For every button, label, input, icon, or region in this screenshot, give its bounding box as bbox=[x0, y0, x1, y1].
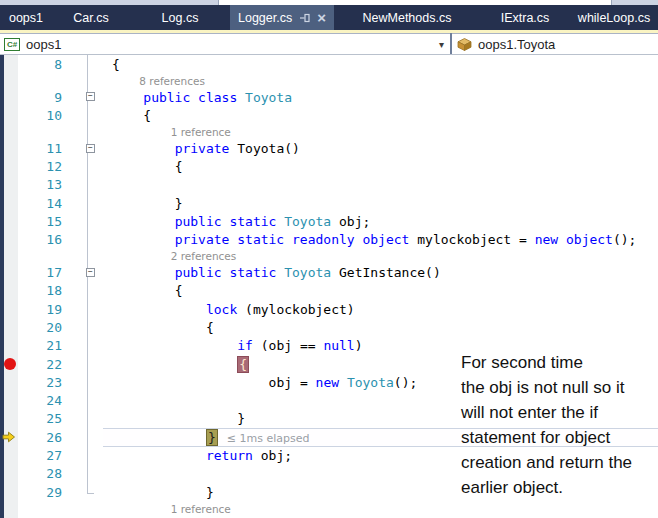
tab-oops1[interactable]: oops1 bbox=[0, 5, 52, 30]
line-number: 27 bbox=[18, 448, 66, 463]
code-line: 10{ bbox=[0, 106, 658, 124]
code-text[interactable]: lock (mylockobject) bbox=[112, 302, 658, 317]
type-dropdown-label: oops1.Toyota bbox=[478, 37, 555, 52]
class-icon bbox=[457, 38, 472, 51]
chevron-down-icon[interactable]: ▾ bbox=[439, 39, 444, 50]
line-number: 9 bbox=[18, 90, 66, 105]
annotation-line: the obj is not null so it bbox=[461, 375, 658, 400]
line-number: 16 bbox=[18, 232, 66, 247]
vs-editor-window: oops1Car.csLog.csLogger.cs×NewMethods.cs… bbox=[0, 0, 658, 518]
line-number: 12 bbox=[18, 159, 66, 174]
code-text[interactable]: { bbox=[112, 108, 658, 123]
line-number: 18 bbox=[18, 283, 66, 298]
outlining-margin bbox=[66, 446, 112, 464]
annotation-line: For second time bbox=[461, 350, 658, 375]
code-text[interactable]: { bbox=[112, 283, 658, 298]
perf-tip: ≤ 1ms elapsed bbox=[227, 432, 310, 445]
tab-newmethods-cs[interactable]: NewMethods.cs bbox=[334, 5, 480, 30]
outlining-margin bbox=[66, 318, 112, 336]
outlining-margin bbox=[66, 410, 112, 428]
pin-icon[interactable] bbox=[299, 12, 311, 24]
line-number: 14 bbox=[18, 196, 66, 211]
line-number: 15 bbox=[18, 214, 66, 229]
collapse-box-icon[interactable]: − bbox=[86, 92, 95, 101]
line-number: 25 bbox=[18, 411, 66, 426]
annotation-line: creation and return the bbox=[461, 450, 658, 475]
code-text[interactable]: } bbox=[112, 196, 658, 211]
annotation-line: will not enter the if bbox=[461, 400, 658, 425]
line-number: 8 bbox=[18, 57, 66, 72]
outlining-margin bbox=[66, 465, 112, 483]
code-text[interactable]: public static Toyota GetInstance() bbox=[112, 265, 658, 280]
code-line: 17−public static Toyota GetInstance() bbox=[0, 263, 658, 281]
line-number: 22 bbox=[18, 357, 66, 372]
code-line: 12{ bbox=[0, 157, 658, 175]
outlining-margin: − bbox=[66, 88, 112, 106]
codelens-references[interactable]: 8 references bbox=[0, 75, 205, 87]
code-text[interactable]: private static readonly object mylockobj… bbox=[112, 232, 658, 247]
codelens-references[interactable]: 1 reference bbox=[0, 503, 231, 515]
outlining-margin bbox=[66, 282, 112, 300]
line-number: 11 bbox=[18, 141, 66, 156]
outlining-margin: − bbox=[66, 139, 112, 157]
code-line: 9−public class Toyota bbox=[0, 88, 658, 106]
code-line: 14} bbox=[0, 194, 658, 212]
tab-iextra-cs[interactable]: IExtra.cs bbox=[480, 5, 570, 30]
line-number: 19 bbox=[18, 302, 66, 317]
code-text[interactable]: { bbox=[112, 320, 658, 335]
tab-label: Logger.cs bbox=[238, 11, 292, 25]
type-dropdown[interactable]: oops1.Toyota bbox=[452, 33, 658, 54]
outlining-margin: − bbox=[66, 263, 112, 281]
code-text[interactable]: private Toyota() bbox=[112, 141, 658, 156]
code-text[interactable]: public static Toyota obj; bbox=[112, 214, 658, 229]
breakpoint-icon[interactable] bbox=[4, 358, 16, 370]
document-tab-bar: oops1Car.csLog.csLogger.cs×NewMethods.cs… bbox=[0, 5, 658, 30]
codelens-row: 1 reference bbox=[0, 501, 658, 516]
tab-whileloop-cs[interactable]: whileLoop.cs bbox=[570, 5, 658, 30]
close-icon[interactable]: × bbox=[317, 12, 326, 24]
tab-log-cs[interactable]: Log.cs bbox=[130, 5, 230, 30]
code-line: 8{ bbox=[0, 55, 658, 73]
code-line: 18{ bbox=[0, 282, 658, 300]
code-text[interactable]: { bbox=[112, 159, 658, 174]
line-number: 24 bbox=[18, 393, 66, 408]
line-number: 13 bbox=[18, 177, 66, 192]
annotation-line: statement for object bbox=[461, 425, 658, 450]
line-number: 29 bbox=[18, 485, 66, 500]
annotation-note: For second timethe obj is not null so it… bbox=[461, 350, 658, 500]
tab-label: Car.cs bbox=[73, 11, 108, 25]
tab-label: whileLoop.cs bbox=[578, 11, 650, 25]
line-number: 10 bbox=[18, 108, 66, 123]
line-number: 20 bbox=[18, 320, 66, 335]
csharp-project-icon: C# bbox=[4, 38, 20, 51]
project-dropdown[interactable]: C# oops1 ▾ bbox=[0, 33, 450, 54]
code-line: 20{ bbox=[0, 318, 658, 336]
codelens-references[interactable]: 1 reference bbox=[0, 126, 231, 138]
line-number: 23 bbox=[18, 375, 66, 390]
code-text[interactable]: { bbox=[112, 57, 658, 72]
codelens-row: 2 references bbox=[0, 249, 658, 264]
outlining-margin bbox=[66, 212, 112, 230]
code-line: 13 bbox=[0, 176, 658, 194]
tab-car-cs[interactable]: Car.cs bbox=[52, 5, 130, 30]
collapse-box-icon[interactable]: − bbox=[86, 268, 95, 277]
codelens-row: 1 reference bbox=[0, 124, 658, 139]
line-number: 21 bbox=[18, 338, 66, 353]
outlining-margin bbox=[66, 176, 112, 194]
line-number: 26 bbox=[18, 430, 66, 445]
project-dropdown-label: oops1 bbox=[26, 37, 61, 52]
outlining-margin bbox=[66, 337, 112, 355]
tab-logger-cs[interactable]: Logger.cs× bbox=[230, 5, 334, 30]
navigation-bar: C# oops1 ▾ oops1.Toyota bbox=[0, 33, 658, 55]
outlining-margin bbox=[66, 392, 112, 410]
collapse-box-icon[interactable]: − bbox=[86, 144, 95, 153]
line-number: 17 bbox=[18, 265, 66, 280]
codelens-references[interactable]: 2 references bbox=[0, 250, 236, 262]
current-statement-arrow-icon[interactable] bbox=[2, 430, 16, 447]
outlining-margin bbox=[66, 483, 112, 501]
annotation-line: earlier object. bbox=[461, 475, 658, 500]
code-text[interactable]: public class Toyota bbox=[112, 90, 658, 105]
code-line: 16private static readonly object mylocko… bbox=[0, 231, 658, 249]
tab-label: Log.cs bbox=[162, 11, 199, 25]
code-editor[interactable]: 8{8 references9−public class Toyota10{1 … bbox=[0, 55, 658, 518]
